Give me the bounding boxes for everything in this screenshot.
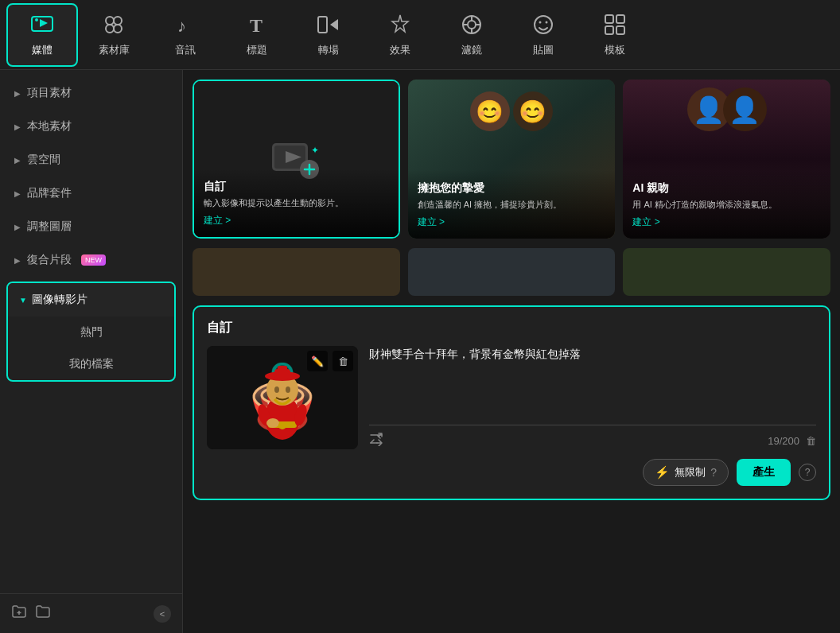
chevron-right-icon-6: ▶	[14, 256, 21, 265]
sidebar-item-brand-kit[interactable]: ▶ 品牌套件	[0, 177, 182, 210]
card-ai-kiss-title: AI 親吻	[632, 181, 821, 196]
sidebar: ▶ 項目素材 ▶ 本地素材 ▶ 雲空間 ▶ 品牌套件 ▶ 調整圖層 ▶ 復合片段…	[0, 70, 183, 633]
svg-rect-21	[616, 15, 624, 23]
sidebar-label-composite-clip: 復合片段	[27, 253, 72, 267]
svg-rect-23	[616, 26, 624, 34]
svg-text:♪: ♪	[177, 16, 186, 36]
sidebar-item-project-assets[interactable]: ▶ 項目素材	[0, 76, 182, 110]
svg-rect-9	[318, 17, 327, 33]
partial-card-1[interactable]	[192, 248, 400, 296]
unlimited-label: 無限制	[675, 465, 706, 480]
edit-image-button[interactable]: ✏️	[307, 351, 328, 371]
nav-label-media: 媒體	[32, 43, 52, 57]
nav-item-media[interactable]: 媒體	[6, 3, 78, 67]
card-hug-title: 擁抱您的摯愛	[418, 181, 606, 196]
chevron-right-icon-5: ▶	[14, 223, 21, 231]
sidebar-label-brand-kit: 品牌套件	[27, 186, 72, 200]
chevron-right-icon: ▶	[14, 89, 21, 98]
sidebar-label-local-assets: 本地素材	[27, 119, 72, 134]
nav-item-filter[interactable]: 濾鏡	[436, 3, 508, 67]
nav-label-audio: 音訊	[175, 43, 196, 57]
panel-image-container: 🧧 🪆	[207, 346, 358, 449]
folder-add-icon[interactable]	[11, 604, 27, 623]
svg-point-5	[106, 25, 114, 33]
audio-icon: ♪	[173, 13, 197, 40]
collapse-icon: <	[160, 609, 165, 619]
svg-point-41	[266, 418, 279, 428]
sidebar-collapse-button[interactable]: <	[154, 605, 171, 623]
partial-card-3[interactable]	[623, 248, 830, 296]
sidebar-label-project-assets: 項目素材	[27, 86, 72, 100]
cards-grid: ✦ 自訂 輸入影像和提示以產生生動的影片。 建立 >	[192, 80, 830, 239]
sidebar-group-label: 圖像轉影片	[32, 293, 88, 307]
question-icon-generate[interactable]: ?	[799, 464, 816, 481]
new-badge: NEW	[81, 254, 106, 266]
nav-label-assets: 素材庫	[99, 43, 130, 57]
shuffle-icon[interactable]	[369, 432, 383, 449]
generate-label: 產生	[752, 465, 775, 478]
sidebar-item-adjust-layer[interactable]: ▶ 調整圖層	[0, 210, 182, 243]
sidebar-group-image-to-video: ▼ 圖像轉影片 熱門 我的檔案	[6, 282, 176, 382]
card-custom-overlay: 自訂 輸入影像和提示以產生生動的影片。 建立 >	[194, 169, 399, 237]
svg-point-19	[546, 21, 548, 23]
svg-rect-36	[278, 366, 287, 371]
nav-label-title: 標題	[247, 43, 267, 57]
char-count-area: 19/200 🗑	[768, 435, 816, 447]
sidebar-label-adjust-layer: 調整圖層	[27, 219, 72, 234]
assets-icon	[102, 13, 126, 40]
sidebar-item-composite-clip[interactable]: ▶ 復合片段 NEW	[0, 243, 182, 277]
card-ai-kiss-overlay: AI 親吻 用 AI 精心打造的親吻增添浪漫氣息。 建立 >	[623, 170, 830, 239]
svg-point-38	[286, 386, 290, 393]
card-ai-kiss-link[interactable]: 建立 >	[632, 216, 821, 229]
nav-item-effects[interactable]: 效果	[364, 3, 436, 67]
nav-label-filter: 濾鏡	[461, 43, 482, 57]
bottom-panel: 自訂 🧧 🪆	[192, 305, 830, 500]
generate-button[interactable]: 產生	[737, 459, 791, 486]
svg-point-18	[539, 21, 542, 23]
chevron-right-icon-2: ▶	[14, 122, 21, 131]
nav-item-sticker[interactable]: 貼圖	[508, 3, 579, 67]
sidebar-sub-label-popular: 熱門	[80, 325, 103, 338]
card-hug[interactable]: 😊 😊 擁抱您的摯愛 創造溫馨的 AI 擁抱，捕捉珍貴片刻。 建立 >	[408, 80, 616, 239]
unlimited-button[interactable]: ⚡ 無限制 ?	[643, 459, 729, 486]
svg-point-37	[274, 386, 279, 393]
partial-cards-row	[192, 248, 830, 296]
filter-icon	[460, 13, 484, 40]
nav-item-transition[interactable]: 轉場	[293, 3, 364, 67]
card-hug-overlay: 擁抱您的摯愛 創造溫馨的 AI 擁抱，捕捉珍貴片刻。 建立 >	[408, 170, 616, 239]
svg-rect-20	[605, 15, 613, 23]
card-custom-title: 自訂	[204, 180, 389, 194]
panel-right-content: 19/200 🗑	[369, 346, 816, 449]
svg-point-6	[114, 25, 122, 33]
card-custom-link[interactable]: 建立 >	[204, 214, 389, 227]
sidebar-sub-item-popular[interactable]: 熱門	[8, 316, 174, 348]
svg-marker-10	[330, 19, 338, 30]
folder-icon[interactable]	[35, 604, 51, 623]
sidebar-item-cloud-space[interactable]: ▶ 雲空間	[0, 143, 182, 177]
chevron-right-icon-4: ▶	[14, 189, 21, 198]
bottom-panel-body: 🧧 🪆	[207, 346, 816, 449]
sidebar-sub-label-my-files: 我的檔案	[69, 357, 114, 370]
nav-item-audio[interactable]: ♪ 音訊	[150, 3, 221, 67]
card-ai-kiss[interactable]: 👤 👤 AI 親吻 用 AI 精心打造的親吻增添浪漫氣息。 建立 >	[623, 80, 830, 239]
nav-item-title[interactable]: T 標題	[221, 3, 293, 67]
delete-prompt-icon[interactable]: 🗑	[806, 435, 816, 447]
nav-label-sticker: 貼圖	[533, 43, 554, 57]
sidebar-group-header[interactable]: ▼ 圖像轉影片	[8, 283, 174, 316]
prompt-input[interactable]	[369, 346, 816, 410]
panel-footer-divider: 19/200 🗑	[369, 425, 816, 449]
nav-item-assets[interactable]: 素材庫	[78, 3, 150, 67]
sidebar-sub-item-my-files[interactable]: 我的檔案	[8, 348, 174, 380]
card-hug-link[interactable]: 建立 >	[418, 216, 606, 229]
svg-point-1	[35, 18, 38, 21]
card-custom[interactable]: ✦ 自訂 輸入影像和提示以產生生動的影片。 建立 >	[192, 80, 400, 239]
effects-icon	[388, 13, 412, 40]
bottom-panel-footer: 19/200 🗑	[369, 432, 816, 449]
question-icon-unlimited[interactable]: ?	[710, 466, 717, 479]
delete-image-button[interactable]: 🗑	[332, 351, 353, 371]
partial-card-2[interactable]	[408, 248, 616, 296]
media-icon	[30, 13, 54, 40]
sidebar-item-local-assets[interactable]: ▶ 本地素材	[0, 110, 182, 143]
nav-item-template[interactable]: 模板	[579, 3, 651, 67]
svg-point-3	[106, 17, 114, 25]
